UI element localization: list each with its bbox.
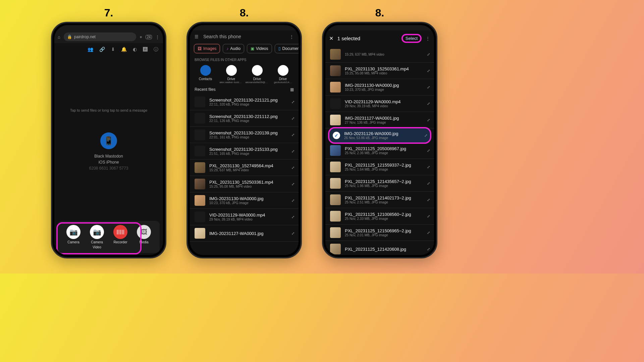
expand-icon[interactable]: ⤢ xyxy=(291,215,294,219)
translate-icon[interactable]: 🅰 xyxy=(143,47,148,53)
expand-icon[interactable]: ⤢ xyxy=(427,181,429,186)
expand-icon[interactable]: ⤢ xyxy=(291,133,294,137)
expand-icon[interactable]: ⤢ xyxy=(427,148,429,153)
file-row[interactable]: PXL_20231130_152749564.mp415:29, 637 MB,… xyxy=(190,160,299,176)
file-meta: 26 Nov, 53.86 kB, JPG image xyxy=(344,136,420,140)
expand-icon[interactable]: ⤢ xyxy=(427,69,429,73)
file-meta: 22:01, 161 kB, PNG image xyxy=(209,135,287,139)
file-row[interactable]: Screenshot_20231130-221121.png22:11, 320… xyxy=(190,94,299,110)
expand-icon[interactable]: ⤢ xyxy=(427,118,429,122)
filter-audio[interactable]: ♪Audio xyxy=(223,44,244,53)
file-row[interactable]: IMG-20231127-WA0001.jpg⤢ xyxy=(190,225,299,242)
expand-icon[interactable]: ⤢ xyxy=(427,231,429,235)
file-meta: 22:11, 126 kB, PNG image xyxy=(209,119,287,123)
file-row[interactable]: IMG-20231130-WA0000.jpg10:23, 370 kB, JP… xyxy=(325,79,434,96)
app-drive-2[interactable]: Drivealexandellie09@gm… xyxy=(246,65,269,84)
file-row[interactable]: VID-20231129-WA0000.mp429 Nov, 39.19 kB,… xyxy=(325,96,434,112)
filter-images[interactable]: 🖼Images xyxy=(194,44,220,53)
search-input[interactable]: Search this phone xyxy=(203,34,285,39)
file-row[interactable]: Screenshot_20231130-215133.png21:51, 165… xyxy=(190,143,299,160)
select-button[interactable]: Select xyxy=(401,34,422,43)
contrast-icon[interactable]: ◐ xyxy=(133,47,137,53)
file-meta: 15:29, 637 MB, MP4 video xyxy=(345,53,423,56)
link-icon[interactable]: 🔗 xyxy=(99,47,105,53)
file-row[interactable]: PXL_20231125_121506965~2.jpg25 Nov, 2.01… xyxy=(325,225,434,241)
camera-button[interactable]: 📷 Camera xyxy=(66,225,80,249)
expand-icon[interactable]: ⤢ xyxy=(291,116,294,121)
file-row[interactable]: ✓IMG-20231126-WA0000.jpg26 Nov, 53.86 kB… xyxy=(328,127,431,144)
people-icon[interactable]: 👥 xyxy=(88,47,93,53)
bell-icon[interactable]: 🔔 xyxy=(121,47,127,53)
file-row[interactable]: PXL_20231125_121008560~2.jpg25 Nov, 2.33… xyxy=(325,208,434,225)
expand-icon[interactable]: ⤢ xyxy=(291,231,294,236)
media-button[interactable]: 🖼 Media xyxy=(137,225,151,249)
soundwave-icon: ⦀⦀⦀ xyxy=(116,228,124,236)
expand-icon[interactable]: ⤢ xyxy=(427,214,429,219)
file-row[interactable]: PXL_20231125_121559337~2.jpg25 Nov, 1.64… xyxy=(325,159,434,175)
file-row[interactable]: VID-20231129-WA0000.mp429 Nov, 39.19 kB,… xyxy=(190,209,299,225)
file-row[interactable]: PXL_20231125_121420608.jpg⤢ xyxy=(325,241,434,255)
expand-icon[interactable]: ⤢ xyxy=(427,198,429,202)
menu-icon[interactable]: ⋮ xyxy=(289,34,294,39)
expand-icon[interactable]: ⤢ xyxy=(427,85,429,89)
music-icon: ♪ xyxy=(226,46,228,51)
expand-icon[interactable]: ⤢ xyxy=(427,102,429,106)
file-row[interactable]: IMG-20231130-WA0000.jpg10:23, 370 kB, JP… xyxy=(190,192,299,209)
camera-video-button[interactable]: 📷 Camera Video xyxy=(90,225,104,249)
file-name: IMG-20231130-WA0000.jpg xyxy=(209,196,287,201)
file-thumbnail xyxy=(195,113,205,124)
new-tab-icon[interactable]: + xyxy=(140,35,142,40)
file-meta: 10:23, 370 kB, JPG image xyxy=(209,201,287,205)
app-drive-3[interactable]: Drivegeckotodd14… xyxy=(271,65,295,84)
file-row[interactable]: Screenshot_20231130-221112.png22:11, 126… xyxy=(190,110,299,127)
expand-icon[interactable]: ⤢ xyxy=(291,182,294,186)
home-icon[interactable]: ⌂ xyxy=(58,35,60,40)
filter-documents[interactable]: ▯Documents xyxy=(275,44,299,53)
browse-label: BROWSE FILES IN OTHER APPS xyxy=(190,55,299,64)
expand-icon[interactable]: ⤢ xyxy=(291,166,294,170)
expand-icon[interactable]: ⤢ xyxy=(427,247,429,251)
menu-icon[interactable]: ⋮ xyxy=(426,36,430,41)
url-bar[interactable]: 🔒 pairdrop.net xyxy=(64,33,136,41)
step-number: 7. xyxy=(104,7,113,19)
file-row[interactable]: PXL_20231125_205008967.jpg25 Nov, 2.36 M… xyxy=(325,142,434,159)
file-row[interactable]: IMG-20231127-WA0001.jpg27 Nov, 136 kB, J… xyxy=(325,112,434,128)
app-drive-1[interactable]: Drivealex.walker-todd@f… xyxy=(220,65,243,84)
file-row[interactable]: PXL_20231130_152503361.mp415:25, 95.08 M… xyxy=(325,63,434,79)
file-row[interactable]: Screenshot_20231130-220139.png22:01, 161… xyxy=(190,127,299,143)
filter-row: 🖼Images ♪Audio ▣Videos ▯Documents xyxy=(190,43,299,55)
expand-icon[interactable]: ⤢ xyxy=(427,165,429,169)
file-name: PXL_20231130_152749564.mp4 xyxy=(209,163,287,168)
grid-view-icon[interactable]: ▦ xyxy=(290,87,294,92)
filter-videos[interactable]: ▣Videos xyxy=(247,44,272,53)
device-avatar[interactable]: 📱 xyxy=(100,132,117,149)
camera-icon: 📷 xyxy=(93,228,101,236)
file-row[interactable]: PXL_20231125_121402173~2.jpg25 Nov, 2.51… xyxy=(325,192,434,208)
expand-icon[interactable]: ⤢ xyxy=(427,52,429,57)
file-row[interactable]: PXL_20231125_121435657~2.jpg25 Nov, 1.96… xyxy=(325,175,434,192)
menu-icon[interactable]: ⋮ xyxy=(155,35,160,40)
file-row[interactable]: 15:29, 637 MB, MP4 video⤢ xyxy=(325,46,434,63)
file-row[interactable]: PXL_20231130_152503361.mp415:25, 95.08 M… xyxy=(190,176,299,192)
expand-icon[interactable]: ⤢ xyxy=(291,149,294,154)
app-contacts[interactable]: Contacts xyxy=(194,65,217,84)
file-thumbnail xyxy=(330,115,341,125)
image-icon: 🖼 xyxy=(198,46,202,51)
hint-text: Tap to send files or long tap to send a … xyxy=(70,108,148,112)
install-icon[interactable]: ⬇ xyxy=(111,47,115,53)
expand-icon[interactable]: ⤢ xyxy=(424,133,427,138)
file-name: VID-20231129-WA0000.mp4 xyxy=(209,213,287,218)
step-number: 8. xyxy=(375,7,384,19)
file-meta: 21:51, 165 kB, PNG image xyxy=(209,152,287,156)
close-icon[interactable]: × xyxy=(329,35,333,42)
expand-icon[interactable]: ⤢ xyxy=(291,100,294,104)
phone-frame-7: ⌂ 🔒 pairdrop.net + 24 ⋮ 👥 🔗 ⬇ 🔔 ◐ 🅰 ⓘ Ta… xyxy=(51,22,166,258)
file-thumbnail xyxy=(195,146,205,157)
recorder-button[interactable]: ⦀⦀⦀ Recorder xyxy=(113,225,127,249)
hamburger-icon[interactable]: ☰ xyxy=(195,34,199,39)
expand-icon[interactable]: ⤢ xyxy=(291,198,294,203)
tab-count[interactable]: 24 xyxy=(146,35,152,39)
file-meta: 25 Nov, 2.33 MB, JPG image xyxy=(345,217,423,221)
info-icon[interactable]: ⓘ xyxy=(154,47,158,53)
file-meta: 15:29, 637 MB, MP4 video xyxy=(209,168,287,172)
